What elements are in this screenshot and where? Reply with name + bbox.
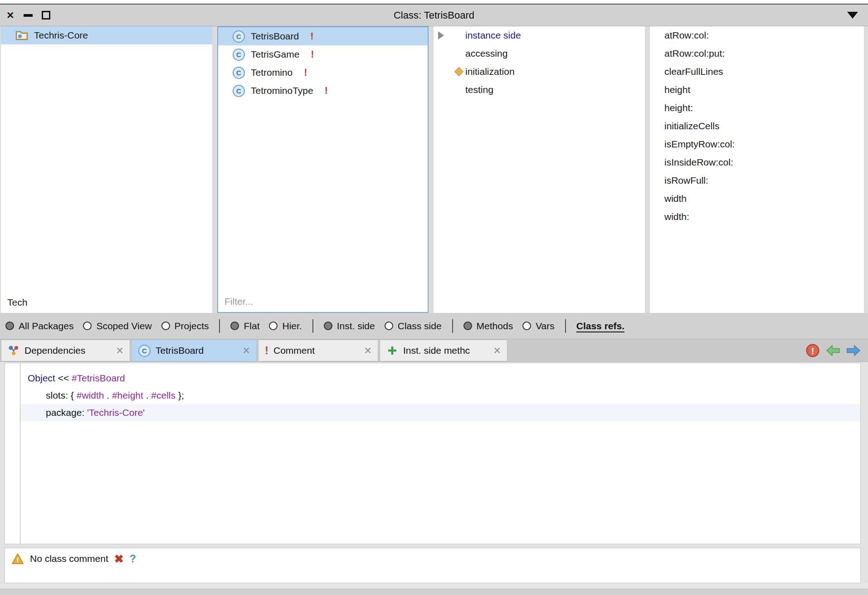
tab-comment[interactable]: ! Comment × — [258, 340, 378, 361]
class-item-tetrominotype[interactable]: C TetrominoType ! — [218, 82, 428, 100]
method-item[interactable]: initializeCells — [650, 117, 864, 135]
package-label: Techris-Core — [34, 30, 88, 41]
status-panel: ! No class comment ✖ ? — [5, 548, 861, 583]
code-token: #TetrisBoard — [72, 373, 125, 384]
code-token: Object — [28, 373, 55, 384]
uncommented-bang-icon: ! — [310, 30, 313, 42]
critiques-alert-icon[interactable]: ! — [805, 343, 820, 358]
class-filter-input[interactable] — [224, 296, 421, 307]
class-list: C TetrisBoard ! C TetrisGame ! C Tetromi… — [218, 27, 428, 291]
radio-flat[interactable]: Flat — [230, 321, 259, 332]
class-item-tetromino[interactable]: C Tetromino ! — [218, 63, 428, 82]
class-refs-link[interactable]: Class refs. — [576, 321, 624, 332]
package-pane: Techris-Core — [1, 26, 212, 313]
package-item-techris-core[interactable]: Techris-Core — [1, 26, 212, 44]
radio-icon — [324, 322, 332, 330]
dismiss-x-icon[interactable]: ✖ — [114, 553, 124, 565]
code-line-1[interactable]: Object << #TetrisBoard — [20, 370, 860, 387]
dependencies-graph-icon — [8, 345, 20, 356]
radio-icon — [5, 322, 14, 330]
class-label: TetrominoType — [251, 85, 313, 96]
protocol-item-accessing[interactable]: accessing — [434, 44, 645, 63]
code-token: . — [104, 390, 112, 401]
method-item[interactable]: atRow:col: — [650, 26, 864, 44]
editor-outer: Object << #TetrisBoard slots: { #width .… — [0, 362, 868, 544]
tab-tetrisboard[interactable]: C TetrisBoard × — [132, 340, 257, 361]
radio-methods[interactable]: Methods — [463, 321, 513, 332]
tab-close-icon[interactable]: × — [490, 345, 501, 357]
protocol-item-instance-side[interactable]: instance side — [434, 26, 645, 44]
window-close-icon[interactable]: ✕ — [6, 10, 15, 20]
method-item[interactable]: height: — [650, 99, 864, 117]
tab-close-icon[interactable]: × — [239, 345, 250, 357]
class-label: Tetromino — [251, 67, 293, 78]
class-label: TetrisGame — [251, 49, 299, 60]
method-list: atRow:col: atRow:col:put: clearFullLines… — [650, 26, 864, 313]
protocol-label: instance side — [465, 30, 521, 41]
class-filter — [218, 291, 428, 312]
radio-inst-side[interactable]: Inst. side — [324, 321, 375, 332]
uncommented-bang-icon: ! — [304, 67, 307, 78]
radio-class-side[interactable]: Class side — [385, 321, 442, 332]
radio-scoped-view[interactable]: Scoped View — [83, 321, 151, 332]
toolbar-separator — [312, 319, 313, 333]
package-filter — [1, 292, 212, 313]
radio-hier[interactable]: Hier. — [269, 321, 302, 332]
protocol-label: initialization — [465, 66, 515, 77]
package-filter-input[interactable] — [7, 297, 206, 308]
code-line-3[interactable]: package: 'Techris-Core' — [20, 404, 860, 421]
window-maximize-icon[interactable] — [42, 11, 50, 20]
toolbar-separator — [452, 319, 453, 333]
expander-triangle-icon[interactable] — [438, 31, 444, 39]
svg-text:!: ! — [811, 346, 814, 356]
tabbar: Dependencies × C TetrisBoard × ! Comment… — [0, 339, 868, 362]
radio-projects[interactable]: Projects — [161, 321, 209, 332]
protocol-item-testing[interactable]: testing — [434, 81, 645, 99]
package-folder-icon — [15, 30, 28, 41]
class-item-tetrisboard[interactable]: C TetrisBoard ! — [218, 27, 428, 45]
diamond-bullet-icon — [454, 67, 463, 76]
tab-label: TetrisBoard — [156, 345, 204, 356]
window-minimize-icon[interactable] — [24, 14, 33, 17]
method-item[interactable]: isInsideRow:col: — [650, 153, 864, 171]
code-editor[interactable]: Object << #TetrisBoard slots: { #width .… — [5, 363, 861, 544]
radio-vars[interactable]: Vars — [522, 321, 555, 332]
tab-label: Comment — [273, 345, 315, 356]
radio-all-packages[interactable]: All Packages — [5, 321, 73, 332]
class-item-tetrisgame[interactable]: C TetrisGame ! — [218, 45, 428, 63]
bang-icon: ! — [265, 344, 268, 357]
code-area[interactable]: Object << #TetrisBoard slots: { #width .… — [20, 363, 860, 544]
method-item[interactable]: height — [650, 81, 864, 99]
method-item[interactable]: clearFullLines — [650, 63, 864, 81]
code-token: slots: { — [46, 390, 77, 401]
method-item[interactable]: isRowFull: — [650, 171, 864, 190]
status-outer: ! No class comment ✖ ? — [0, 544, 868, 583]
toolbar-separator — [565, 319, 566, 333]
tab-inst-side-methods[interactable]: Inst. side methc × — [380, 340, 507, 361]
protocol-item-initialization[interactable]: initialization — [434, 63, 645, 81]
help-question-icon[interactable]: ? — [130, 554, 136, 564]
code-line-2[interactable]: slots: { #width . #height . #cells }; — [20, 387, 860, 404]
method-item[interactable]: width — [650, 190, 864, 208]
forward-arrow-icon[interactable] — [846, 345, 861, 356]
protocol-label: testing — [465, 84, 493, 95]
code-token: package: — [46, 407, 87, 418]
uncommented-bang-icon: ! — [311, 49, 314, 60]
desktop-strip — [0, 0, 868, 4]
radio-icon — [385, 322, 393, 330]
titlebar: ✕ Class: TetrisBoard — [0, 4, 868, 26]
method-item[interactable]: width: — [650, 208, 864, 226]
tab-close-icon[interactable]: × — [361, 345, 371, 357]
code-token: #width — [77, 390, 104, 401]
radio-icon — [161, 322, 170, 330]
back-arrow-icon[interactable] — [826, 345, 840, 356]
method-item[interactable]: atRow:col:put: — [650, 44, 864, 63]
method-item[interactable]: isEmptyRow:col: — [650, 135, 864, 153]
radio-icon — [522, 322, 531, 330]
radio-icon — [230, 322, 239, 330]
window-controls: ✕ — [0, 10, 50, 20]
window-menu-caret-icon[interactable] — [847, 12, 858, 19]
tab-dependencies[interactable]: Dependencies × — [1, 340, 130, 361]
tab-close-icon[interactable]: × — [112, 345, 123, 357]
code-token: #cells — [151, 390, 176, 401]
